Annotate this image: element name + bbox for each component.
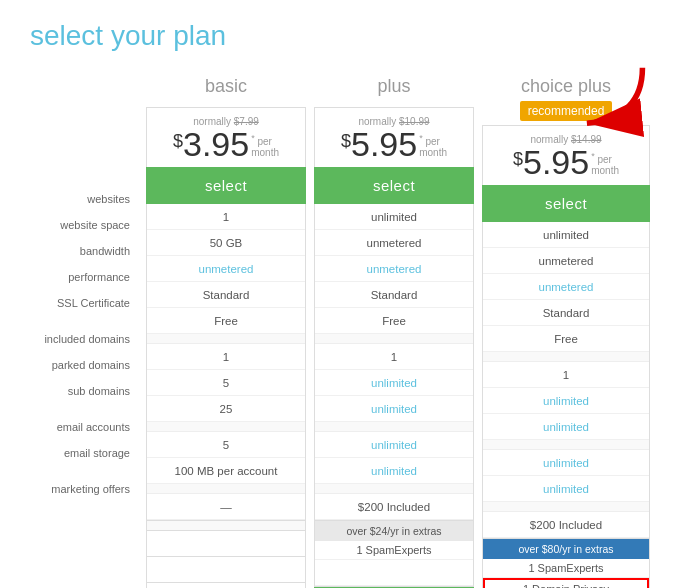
label-email-accounts: email accounts (18, 414, 138, 440)
choice-plus-included-domains: 1 (483, 362, 649, 388)
plus-extras-item1: 1 SpamExperts (315, 541, 473, 560)
choice-plus-name: choice plus (482, 76, 650, 97)
plus-features: unlimited unmetered unmetered Standard F… (314, 204, 474, 521)
label-website-space: website space (18, 212, 138, 238)
plus-dollar: $ (341, 131, 351, 152)
basic-email-accounts: 5 (147, 432, 305, 458)
choice-plus-features: unlimited unmetered unmetered Standard F… (482, 222, 650, 539)
plan-choice-plus: choice plus recommended normally $14.99 … (482, 76, 650, 588)
choice-plus-dollar: $ (513, 149, 523, 170)
plus-price-suffix: * permonth (419, 133, 447, 158)
plus-pricing: normally $10.99 $ 5.95 * permonth (314, 107, 474, 167)
choice-plus-email-accounts: unlimited (483, 450, 649, 476)
plus-included-domains: 1 (315, 344, 473, 370)
plus-marketing: $200 Included (315, 494, 473, 520)
choice-plus-price-suffix: * permonth (591, 151, 619, 176)
basic-features: 1 50 GB unmetered Standard Free 1 5 25 5… (146, 204, 306, 521)
basic-name: basic (146, 76, 306, 97)
label-spacer3 (18, 466, 138, 476)
plus-price-main: 5.95 (351, 127, 417, 161)
choice-plus-sub-domains: unlimited (483, 414, 649, 440)
choice-plus-email-storage: unlimited (483, 476, 649, 502)
basic-pricing: normally $7.99 $ 3.95 * permonth (146, 107, 306, 167)
basic-email-storage: 100 MB per account (147, 458, 305, 484)
plus-ssl: Free (315, 308, 473, 334)
choice-plus-marketing: $200 Included (483, 512, 649, 538)
plus-spacer1 (315, 334, 473, 344)
choice-plus-ssl: Free (483, 326, 649, 352)
basic-price-suffix: * permonth (251, 133, 279, 158)
label-email-storage: email storage (18, 440, 138, 466)
plus-select-top[interactable]: select (314, 167, 474, 204)
choice-plus-spacer1 (483, 352, 649, 362)
basic-sub-domains: 25 (147, 396, 305, 422)
basic-bandwidth: unmetered (147, 256, 305, 282)
plan-basic: basic normally $7.99 $ 3.95 * permonth s… (146, 76, 306, 588)
choice-plus-extras-item2: 1 Domain Privacy (483, 578, 649, 588)
basic-price-main: 3.95 (183, 127, 249, 161)
basic-websites: 1 (147, 204, 305, 230)
basic-parked-domains: 5 (147, 370, 305, 396)
plus-parked-domains: unlimited (315, 370, 473, 396)
plus-name: plus (314, 76, 474, 97)
basic-included-domains: 1 (147, 344, 305, 370)
basic-marketing: — (147, 494, 305, 520)
plus-email-storage: unlimited (315, 458, 473, 484)
choice-plus-spacer3 (483, 502, 649, 512)
basic-header: basic (146, 76, 306, 107)
choice-plus-bandwidth: unmetered (483, 274, 649, 300)
label-sub-domains: sub domains (18, 378, 138, 404)
basic-performance: Standard (147, 282, 305, 308)
choice-plus-extras: over $80/yr in extras 1 SpamExperts 1 Do… (482, 539, 650, 588)
basic-website-space: 50 GB (147, 230, 305, 256)
plan-plus: plus normally $10.99 $ 5.95 * permonth s… (314, 76, 474, 588)
plus-websites: unlimited (315, 204, 473, 230)
choice-plus-website-space: unmetered (483, 248, 649, 274)
plus-email-accounts: unlimited (315, 432, 473, 458)
label-performance: performance (18, 264, 138, 290)
label-included-domains: included domains (18, 326, 138, 352)
label-bandwidth: bandwidth (18, 238, 138, 264)
basic-spacer2 (147, 422, 305, 432)
choice-plus-spacer2 (483, 440, 649, 450)
choice-plus-price-main: 5.95 (523, 145, 589, 179)
page-title: select your plan (30, 20, 650, 52)
basic-spacer3 (147, 484, 305, 494)
basic-dollar: $ (173, 131, 183, 152)
label-parked-domains: parked domains (18, 352, 138, 378)
choice-plus-header: choice plus recommended (482, 76, 650, 125)
choice-plus-websites: unlimited (483, 222, 649, 248)
choice-plus-select-top[interactable]: select (482, 185, 650, 222)
plus-spacer3 (315, 484, 473, 494)
plus-performance: Standard (315, 282, 473, 308)
basic-spacer1 (147, 334, 305, 344)
plus-header: plus (314, 76, 474, 107)
plus-extras-gray: over $24/yr in extras (315, 521, 473, 541)
choice-plus-pricing: normally $14.99 $ 5.95 * permonth (482, 125, 650, 185)
choice-plus-extras-blue: over $80/yr in extras (483, 539, 649, 559)
label-ssl: SSL Certificate (18, 290, 138, 316)
plus-spacer2 (315, 422, 473, 432)
label-websites: websites (18, 186, 138, 212)
basic-ssl: Free (147, 308, 305, 334)
choice-plus-extras-item1: 1 SpamExperts (483, 559, 649, 578)
feature-labels: websites website space bandwidth perform… (18, 76, 138, 588)
choice-plus-performance: Standard (483, 300, 649, 326)
plus-website-space: unmetered (315, 230, 473, 256)
label-marketing-offers: marketing offers (18, 476, 138, 502)
label-spacer2 (18, 404, 138, 414)
choice-plus-badge: recommended (520, 101, 613, 121)
plus-extras: over $24/yr in extras 1 SpamExperts (314, 521, 474, 587)
choice-plus-parked-domains: unlimited (483, 388, 649, 414)
plus-sub-domains: unlimited (315, 396, 473, 422)
basic-select-top[interactable]: select (146, 167, 306, 204)
label-spacer1 (18, 316, 138, 326)
plus-bandwidth: unmetered (315, 256, 473, 282)
